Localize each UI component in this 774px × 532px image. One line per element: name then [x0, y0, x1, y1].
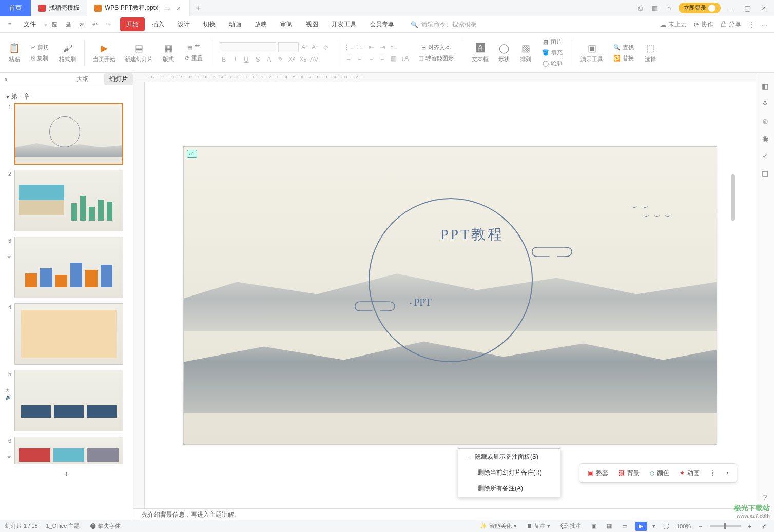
slide-thumb-1[interactable] [14, 103, 123, 165]
tab-add[interactable]: + [190, 4, 206, 13]
cm-toggle-notes[interactable]: ≣隐藏或显示备注面板(S) [458, 449, 560, 465]
comment-badge[interactable]: a1 [187, 150, 197, 158]
slide-thumb-6[interactable] [14, 437, 123, 464]
clear-format-icon[interactable]: ◇ [321, 43, 330, 51]
rp-help-icon[interactable]: ? [760, 492, 770, 502]
zoom-slider[interactable] [710, 525, 741, 527]
maximize-button[interactable]: ▢ [741, 2, 753, 14]
copy-button[interactable]: ⎘复制 [29, 53, 50, 63]
reader-icon[interactable]: ⎙ [635, 4, 646, 13]
file-menu[interactable]: 文件 [17, 18, 42, 30]
view-sorter-icon[interactable]: ▦ [604, 522, 614, 530]
fullscreen-icon[interactable]: ⤢ [759, 522, 769, 530]
slide-title[interactable]: PPT教程 [440, 225, 504, 244]
increase-font-icon[interactable]: A⁺ [301, 43, 309, 51]
redo-icon[interactable]: ↷ [103, 19, 114, 30]
menu-tab-dev[interactable]: 开发工具 [325, 17, 362, 31]
undo-icon[interactable]: ↶ [89, 19, 101, 30]
replace-button[interactable]: 🔁替换 [611, 53, 636, 63]
tab-templates[interactable]: 找稻壳模板 [31, 0, 87, 16]
numbering-icon[interactable]: 1≡ [356, 43, 364, 51]
collapse-sidebar-icon[interactable]: « [0, 76, 12, 83]
canvas-area[interactable]: a1 PPT教程 PPT ︶︶ ︶︶︶ [145, 82, 756, 508]
underline-icon[interactable]: U [242, 55, 250, 64]
slide-subtitle[interactable]: PPT [410, 297, 432, 308]
qb-bg[interactable]: 🖼背景 [614, 467, 644, 480]
menu-tab-transition[interactable]: 切换 [197, 17, 222, 31]
qb-color[interactable]: ◇颜色 [646, 467, 673, 480]
decrease-font-icon[interactable]: A⁻ [311, 43, 319, 51]
rp-resource-icon[interactable]: ◉ [760, 133, 770, 144]
command-search[interactable]: 🔍 请输命令、搜索模板 [411, 20, 477, 29]
view-normal-icon[interactable]: ▣ [589, 522, 599, 530]
rp-layout-icon[interactable]: ◫ [760, 168, 770, 179]
find-button[interactable]: 🔍查找 [611, 43, 636, 52]
slide-thumb-2[interactable] [14, 170, 123, 231]
bullets-icon[interactable]: ⋮≡ [344, 43, 353, 51]
menu-tab-design[interactable]: 设计 [171, 17, 196, 31]
zoom-in-icon[interactable]: + [746, 522, 754, 530]
notes-button[interactable]: ≣备注▾ [525, 521, 553, 531]
qb-full[interactable]: ▣整套 [584, 467, 612, 480]
to-smart-button[interactable]: ◫转智能图形 [416, 53, 456, 63]
tab-slides[interactable]: 幻灯片 [104, 73, 133, 85]
slideshow-play-button[interactable]: ▶ [635, 522, 647, 531]
arrange-button[interactable]: ▧排列 [516, 40, 535, 65]
zoom-out-icon[interactable]: − [696, 522, 704, 530]
zoom-value[interactable]: 100% [676, 523, 691, 529]
rp-checker-icon[interactable]: ✓ [760, 151, 770, 161]
section-header[interactable]: ▾第一章 [3, 90, 130, 103]
menu-tab-view[interactable]: 视图 [300, 17, 324, 31]
textbox-button[interactable]: 🅰文本框 [469, 40, 492, 65]
qb-anim[interactable]: ✦动画 [675, 467, 704, 480]
home-icon[interactable]: ⌂ [664, 4, 674, 13]
picture-button[interactable]: 🖼图片 [541, 37, 564, 47]
line-spacing-icon[interactable]: ↕≡ [390, 43, 398, 51]
rp-style-icon[interactable]: ⚘ [760, 98, 770, 109]
sidebar-content[interactable]: ▾第一章 1 2 3 ★ [0, 86, 133, 520]
rp-settings-icon[interactable]: ⎚ [760, 116, 770, 126]
cm-del-all[interactable]: 删除所有备注(A) [458, 481, 560, 497]
align-left-icon[interactable]: ≡ [344, 54, 353, 63]
qb-next-icon[interactable]: › [722, 467, 732, 479]
text-direction-icon[interactable]: ↕A [401, 54, 409, 63]
layout-button[interactable]: ▦版式 [159, 40, 178, 65]
shape-button[interactable]: ◯形状 [495, 40, 513, 65]
menu-tab-start[interactable]: 开始 [120, 17, 145, 31]
menu-tab-insert[interactable]: 插入 [146, 17, 170, 31]
scrollbar-thumb[interactable] [731, 174, 735, 221]
align-right-icon[interactable]: ≡ [367, 54, 375, 63]
fit-icon[interactable]: ⛶ [661, 522, 671, 530]
preview-icon[interactable]: 👁 [76, 19, 87, 30]
close-icon[interactable]: × [175, 5, 182, 12]
save-icon[interactable]: 🖫 [49, 19, 61, 30]
present-tools-button[interactable]: ▣演示工具 [577, 40, 606, 65]
highlight-icon[interactable]: ✎ [276, 55, 284, 64]
indent-inc-icon[interactable]: ⇥ [378, 43, 386, 51]
columns-icon[interactable]: ▥ [390, 54, 398, 63]
from-current-button[interactable]: ▶当页开始 [90, 40, 119, 65]
cloud-status[interactable]: ☁未上云 [660, 20, 687, 29]
menu-toggle-icon[interactable]: ≡ [4, 19, 15, 30]
tab-outline[interactable]: 大纲 [71, 73, 94, 85]
paste-button[interactable]: 📋粘贴 [5, 40, 24, 65]
apps-icon[interactable]: ▦ [650, 4, 660, 13]
align-justify-icon[interactable]: ≡ [378, 54, 386, 63]
comments-button[interactable]: 💬批注 [558, 521, 584, 531]
menu-tab-member[interactable]: 会员专享 [363, 17, 400, 31]
tab-home[interactable]: 首页 [0, 0, 31, 16]
menu-tab-slideshow[interactable]: 放映 [248, 17, 273, 31]
notes-area[interactable]: 先介绍背景信息，再进入主题讲解。 [133, 508, 756, 520]
share-button[interactable]: 凸分享 [721, 20, 741, 29]
print-icon[interactable]: 🖶 [63, 19, 74, 30]
cm-del-current[interactable]: 删除当前幻灯片备注(R) [458, 465, 560, 481]
font-family-input[interactable] [220, 42, 276, 52]
slide-thumb-3[interactable] [14, 237, 123, 298]
font-color-icon[interactable]: A [265, 55, 273, 64]
view-reading-icon[interactable]: ▭ [620, 522, 630, 530]
tab-menu-icon[interactable]: ▭ [164, 5, 170, 12]
align-text-button[interactable]: ⊟对齐文本 [419, 43, 453, 52]
menu-tab-review[interactable]: 审阅 [274, 17, 299, 31]
slide-thumb-4[interactable] [14, 303, 123, 365]
subscript-icon[interactable]: X₂ [299, 55, 307, 64]
